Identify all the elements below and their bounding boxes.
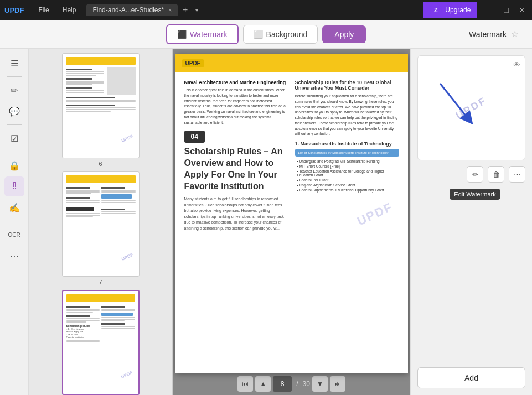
sidebar-tool-edit[interactable]: ✏ [4,80,24,100]
bullet-3: • Teacher Education Assistance for Colle… [295,169,399,177]
add-watermark-btn[interactable]: Add [417,367,525,388]
tab-dropdown-btn[interactable]: ▾ [192,7,202,13]
pdf-uni-title: 1. Massachusetts Institute of Technology [295,141,399,147]
next-page-btn[interactable]: ▼ [312,376,328,392]
tab-bar: Find-and-A...er-Studies* × + ▾ [86,4,423,16]
main-area: ☰ ✏ 💬 ☑ 🔒 🎖 ✍ OCR ⋯ [0,49,532,395]
prev-page-btn[interactable]: ▲ [255,376,271,392]
page-total: 30 [302,380,309,388]
pdf-chapter-badge: 04 [184,131,205,143]
bullet-5: • Iraq and Afghanistan Service Grant [295,183,399,187]
sidebar-tool-sign[interactable]: ✍ [4,198,24,217]
background-tab-label: Background [266,30,308,39]
bullet-1: • Undergrad and Postgrad MIT Scholarship… [295,159,399,163]
pdf-bullets: • Undergrad and Postgrad MIT Scholarship… [295,159,399,192]
thumbnail-item: UPDF 6 [33,53,168,167]
pdf-right-col: Scholarship Rules for the 10 Best Global… [295,80,399,231]
new-tab-btn[interactable]: + [178,5,192,15]
sidebar-tool-protect[interactable]: 🔒 [4,155,24,175]
more-options-btn[interactable]: ⋯ [509,166,525,183]
tab-title: Find-and-A...er-Studies* [92,6,164,14]
menu-file[interactable]: File [33,4,54,16]
close-btn[interactable]: × [516,4,528,15]
thumbnail-panel: UPDF 6 [29,49,173,395]
background-tab-btn[interactable]: ⬜ Background [243,25,318,44]
background-icon: ⬜ [254,30,263,39]
pdf-left-col: Naval Architecture and Marine Engineerin… [184,80,288,231]
titlebar-right: Z Upgrade — □ × [423,2,528,18]
pdf-left-body: This is another great field in demand in… [184,87,288,125]
tab-close-btn[interactable]: × [168,7,172,13]
active-tab[interactable]: Find-and-A...er-Studies* × [86,4,178,16]
avatar: Z [430,4,442,16]
panel-title-area: Watermark ☆ [469,29,519,39]
thumbnail-item-active: Scholarship Rules - An Overview and How … [33,290,168,395]
toolbar: ⬛ Watermark ⬜ Background Apply Watermark… [0,20,532,49]
upgrade-label: Upgrade [445,6,471,14]
sidebar-tool-forms[interactable]: ☑ [4,128,24,148]
upgrade-button[interactable]: Z Upgrade [423,2,477,18]
first-page-btn[interactable]: ⏮ [237,376,253,392]
thumbnail-num-6: 6 [99,160,102,167]
pdf-left-section-title: Naval Architecture and Marine Engineerin… [184,80,288,85]
pdf-uni-box: List of Scholarships by Massachusetts In… [295,149,399,157]
page-navigation: ⏮ ▲ 8 / 30 ▼ ⏭ [237,373,345,395]
delete-watermark-btn[interactable]: 🗑 [488,166,504,183]
divider [7,76,22,77]
divider [7,152,22,152]
menu-bar: File Help [33,4,81,16]
sidebar-tool-pages[interactable]: ☰ [4,53,24,73]
page-number-input[interactable]: 8 [273,376,292,392]
thumbnail-page8[interactable]: Scholarship Rules - An Overview and How … [62,290,140,395]
left-sidebar: ☰ ✏ 💬 ☑ 🔒 🎖 ✍ OCR ⋯ [0,49,29,395]
page-separator: / [294,380,300,388]
sidebar-tool-comment[interactable]: 💬 [4,101,24,121]
watermark-action-bar: ✏ Edit Watermark 🗑 ⋯ [417,166,525,183]
pdf-logo: UPDF [182,59,204,67]
watermark-tab-btn[interactable]: ⬛ Watermark [166,24,239,44]
apply-button[interactable]: Apply [322,25,366,43]
divider [7,221,22,221]
bullet-2: • MIT Short Courses [Free] [295,164,399,168]
pdf-right-intro: Before submitting your application for a… [295,93,399,137]
app-logo: UPDF [4,6,24,14]
pdf-intro-text: Many students aim to get full scholarshi… [184,196,288,231]
hide-watermark-btn[interactable]: 👁 [513,60,520,69]
titlebar: UPDF File Help Find-and-A...er-Studies* … [0,0,532,20]
minimize-btn[interactable]: — [482,4,496,15]
thumbnail-item: UPDF 7 [33,171,168,285]
thumbnail-page6[interactable]: UPDF [62,53,140,158]
pdf-right-top-title: Scholarship Rules for the 10 Best Global… [295,80,399,91]
bullet-6: • Federal Supplemental Educational Oppor… [295,188,399,192]
menu-help[interactable]: Help [57,4,82,16]
pdf-body: Naval Architecture and Marine Engineerin… [175,72,408,239]
sidebar-tool-more[interactable]: ⋯ [4,246,24,266]
watermark-tab-label: Watermark [190,30,228,39]
panel-title: Watermark [469,30,507,39]
content-area: UPDF Naval Architecture and Marine Engin… [173,49,410,395]
maximize-btn[interactable]: □ [500,4,512,15]
divider [7,124,22,125]
sidebar-tool-ocr[interactable]: OCR [4,225,24,245]
sidebar-tool-stamp[interactable]: 🎖 [4,176,24,196]
pdf-main-title: Scholarship Rules – An Overview and How … [184,146,288,192]
watermark-preview: 👁 UPDF [417,55,525,160]
bullet-4: • Federal Pell Grant [295,178,399,182]
thumbnail-num-7: 7 [99,279,102,285]
right-panel: 👁 UPDF ✏ Edit Watermark 🗑 [410,49,532,395]
star-icon[interactable]: ☆ [511,29,519,39]
thumbnail-page7[interactable]: UPDF [62,171,140,277]
last-page-btn[interactable]: ⏭ [330,376,345,392]
pdf-page: UPDF Naval Architecture and Marine Engin… [175,54,408,373]
edit-watermark-btn[interactable]: ✏ Edit Watermark [467,166,483,183]
watermark-icon: ⬛ [177,30,187,39]
pdf-header-bar: UPDF [175,54,408,72]
